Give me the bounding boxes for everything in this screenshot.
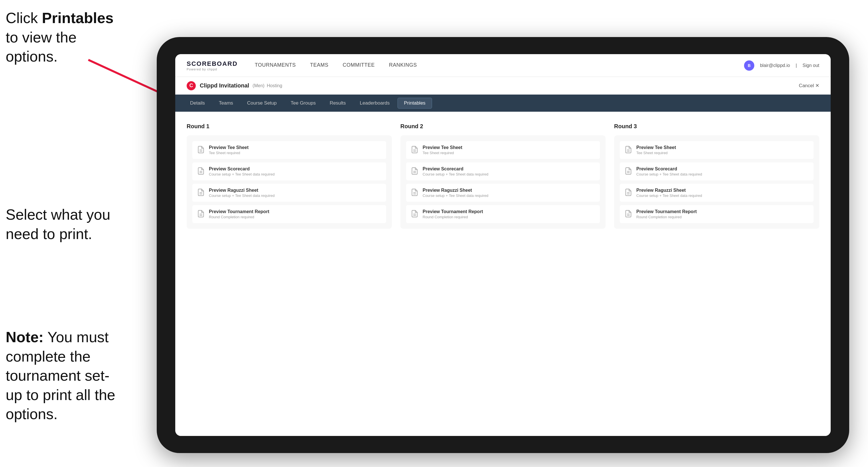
print-item-sub-3-4: Round Completion required [636,215,697,219]
print-item-sub-3-1: Tee Sheet required [636,151,676,155]
scoreboard-sub: Powered by clippd [187,67,238,71]
tab-teams[interactable]: Teams [213,98,239,108]
instruction-middle-text: Select what you need to print. [6,206,110,242]
instruction-top-text: Click Printables to view the options. [6,10,114,65]
instruction-bottom-text: Note: You must complete the tournament s… [6,329,115,422]
round-card-1: Preview Tee SheetTee Sheet required Prev… [187,135,392,229]
top-nav-links: TOURNAMENTS TEAMS COMMITTEE RANKINGS [255,62,744,69]
tournament-logo: C [187,81,196,90]
print-item-text-3-3: Preview Raguzzi SheetCourse setup + Tee … [636,188,702,198]
nav-committee[interactable]: COMMITTEE [343,62,375,69]
main-content: Round 1 Preview Tee SheetTee Sheet requi… [175,112,831,436]
document-icon [411,210,418,218]
tab-details[interactable]: Details [184,98,211,108]
document-icon [411,146,418,154]
print-item-2-1[interactable]: Preview Tee SheetTee Sheet required [406,141,600,159]
scoreboard-title: SCOREBOARD [187,60,238,67]
print-item-1-4[interactable]: Preview Tournament ReportRound Completio… [192,205,386,223]
print-item-1-3[interactable]: Preview Raguzzi SheetCourse setup + Tee … [192,184,386,202]
print-item-3-2[interactable]: Preview ScorecardCourse setup + Tee Shee… [620,162,813,180]
document-icon [624,210,632,218]
round-title-2: Round 2 [400,123,606,130]
cancel-button[interactable]: Cancel ✕ [799,83,819,89]
print-item-sub-1-3: Course setup + Tee Sheet data required [209,193,275,198]
print-item-3-1[interactable]: Preview Tee SheetTee Sheet required [620,141,813,159]
print-item-text-1-3: Preview Raguzzi SheetCourse setup + Tee … [209,188,275,198]
round-title-1: Round 1 [187,123,392,130]
instruction-top: Click Printables to view the options. [6,8,125,66]
document-icon [411,167,418,175]
print-item-title-3-2: Preview Scorecard [636,166,702,172]
tournament-status: Hosting [267,83,282,88]
print-item-title-2-2: Preview Scorecard [423,166,489,172]
tournament-bar: C Clippd Invitational (Men) Hosting Canc… [175,77,831,95]
tab-course-setup[interactable]: Course Setup [241,98,283,108]
print-item-text-1-2: Preview ScorecardCourse setup + Tee Shee… [209,166,275,176]
tournament-meta: (Men) [252,83,265,88]
print-item-sub-1-4: Round Completion required [209,215,269,219]
document-icon [197,146,205,154]
secondary-nav: Details Teams Course Setup Tee Groups Re… [175,95,831,112]
print-item-text-1-4: Preview Tournament ReportRound Completio… [209,209,269,219]
tab-results[interactable]: Results [323,98,352,108]
round-card-2: Preview Tee SheetTee Sheet required Prev… [400,135,606,229]
print-item-title-1-1: Preview Tee Sheet [209,145,248,150]
scoreboard-logo: SCOREBOARD Powered by clippd [187,60,238,71]
top-nav: SCOREBOARD Powered by clippd TOURNAMENTS… [175,54,831,77]
tab-leaderboards[interactable]: Leaderboards [354,98,396,108]
user-avatar: B [744,60,754,71]
print-item-text-2-4: Preview Tournament ReportRound Completio… [423,209,483,219]
sign-out-link[interactable]: Sign out [802,63,819,68]
round-column-1: Round 1 Preview Tee SheetTee Sheet requi… [187,123,392,229]
tournament-name: Clippd Invitational [200,82,249,89]
print-item-title-3-1: Preview Tee Sheet [636,145,676,150]
print-item-title-2-4: Preview Tournament Report [423,209,483,214]
print-item-text-3-1: Preview Tee SheetTee Sheet required [636,145,676,155]
document-icon [624,188,632,196]
print-item-sub-3-3: Course setup + Tee Sheet data required [636,193,702,198]
print-item-sub-2-3: Course setup + Tee Sheet data required [423,193,489,198]
print-item-title-2-3: Preview Raguzzi Sheet [423,188,489,193]
note-bold: Note: [6,329,43,345]
print-item-text-2-1: Preview Tee SheetTee Sheet required [423,145,462,155]
document-icon [624,146,632,154]
print-item-title-1-4: Preview Tournament Report [209,209,269,214]
tab-printables[interactable]: Printables [398,98,432,108]
print-item-title-1-2: Preview Scorecard [209,166,275,172]
print-item-text-3-4: Preview Tournament ReportRound Completio… [636,209,697,219]
rounds-container: Round 1 Preview Tee SheetTee Sheet requi… [187,123,819,229]
nav-tournaments[interactable]: TOURNAMENTS [255,62,296,69]
print-item-text-2-2: Preview ScorecardCourse setup + Tee Shee… [423,166,489,176]
tablet-frame: SCOREBOARD Powered by clippd TOURNAMENTS… [157,37,849,453]
instruction-middle: Select what you need to print. [6,205,125,244]
print-item-sub-2-4: Round Completion required [423,215,483,219]
tab-tee-groups[interactable]: Tee Groups [284,98,322,108]
nav-rankings[interactable]: RANKINGS [389,62,417,69]
print-item-sub-2-1: Tee Sheet required [423,151,462,155]
print-item-title-1-3: Preview Raguzzi Sheet [209,188,275,193]
print-item-3-4[interactable]: Preview Tournament ReportRound Completio… [620,205,813,223]
print-item-2-3[interactable]: Preview Raguzzi SheetCourse setup + Tee … [406,184,600,202]
print-item-2-2[interactable]: Preview ScorecardCourse setup + Tee Shee… [406,162,600,180]
document-icon [197,210,205,218]
user-email: blair@clippd.io [760,63,790,68]
round-card-3: Preview Tee SheetTee Sheet required Prev… [614,135,819,229]
print-item-title-2-1: Preview Tee Sheet [423,145,462,150]
document-icon [197,188,205,196]
print-item-sub-2-2: Course setup + Tee Sheet data required [423,172,489,176]
print-item-2-4[interactable]: Preview Tournament ReportRound Completio… [406,205,600,223]
print-item-3-3[interactable]: Preview Raguzzi SheetCourse setup + Tee … [620,184,813,202]
print-item-title-3-4: Preview Tournament Report [636,209,697,214]
round-column-3: Round 3 Preview Tee SheetTee Sheet requi… [614,123,819,229]
print-item-1-1[interactable]: Preview Tee SheetTee Sheet required [192,141,386,159]
top-nav-right: B blair@clippd.io | Sign out [744,60,819,71]
separator: | [796,63,797,68]
nav-teams[interactable]: TEAMS [310,62,329,69]
document-icon [197,167,205,175]
tablet-screen: SCOREBOARD Powered by clippd TOURNAMENTS… [175,54,831,436]
print-item-sub-3-2: Course setup + Tee Sheet data required [636,172,702,176]
document-icon [411,188,418,196]
print-item-text-3-2: Preview ScorecardCourse setup + Tee Shee… [636,166,702,176]
print-item-1-2[interactable]: Preview ScorecardCourse setup + Tee Shee… [192,162,386,180]
print-item-text-2-3: Preview Raguzzi SheetCourse setup + Tee … [423,188,489,198]
